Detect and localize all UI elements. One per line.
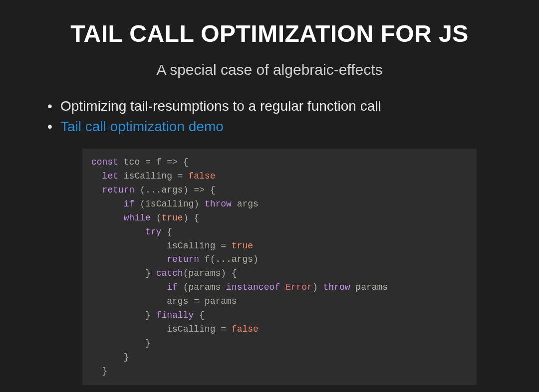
code-token: return	[91, 185, 134, 195]
code-token: true	[161, 213, 183, 223]
link-text: Tail call optimization demo	[60, 119, 224, 134]
code-token: (...args) => {	[134, 185, 215, 195]
slide-subtitle: A special case of algebraic-effects	[42, 61, 497, 78]
code-token: false	[188, 171, 215, 181]
bullet-list: Optimizing tail-resumptions to a regular…	[42, 96, 497, 137]
code-token: Error	[285, 282, 312, 292]
code-token: false	[232, 324, 259, 334]
code-token: const	[91, 157, 118, 167]
code-token: ) {	[183, 213, 199, 223]
code-token: {	[161, 227, 172, 237]
code-token: return	[91, 254, 199, 264]
code-token: }	[91, 338, 151, 348]
code-token: args = params	[91, 296, 237, 306]
code-token: )	[312, 282, 323, 292]
code-token: isCalling =	[91, 324, 232, 334]
bullet-item-2-link[interactable]: Tail call optimization demo	[42, 117, 497, 137]
code-token: while	[91, 213, 151, 223]
code-token: true	[232, 241, 253, 251]
code-token: }	[91, 366, 107, 376]
code-token: }	[91, 352, 129, 362]
code-token: (params) {	[183, 268, 237, 278]
code-block: const tco = f => { let isCalling = false…	[82, 149, 477, 385]
code-token: params	[350, 282, 388, 292]
code-token: throw	[323, 282, 350, 292]
code-token: if	[91, 282, 178, 292]
code-token: }	[91, 268, 156, 278]
code-token: if	[91, 199, 134, 209]
code-token: isCalling =	[118, 171, 188, 181]
code-token: args	[232, 199, 259, 209]
code-token: let	[91, 171, 118, 181]
code-token: instanceof	[226, 282, 280, 292]
bullet-item-1: Optimizing tail-resumptions to a regular…	[42, 96, 497, 117]
code-token: throw	[205, 199, 232, 209]
slide-title: TAIL CALL OPTIMIZATION FOR JS	[42, 20, 497, 47]
code-token: }	[91, 310, 156, 320]
code-token: try	[91, 227, 161, 237]
code-token: (params	[178, 282, 226, 292]
code-token: tco = f => {	[118, 157, 188, 167]
code-token: catch	[156, 268, 183, 278]
code-token: (isCalling)	[134, 199, 204, 209]
code-token	[280, 282, 285, 292]
code-token: finally	[156, 310, 194, 320]
code-token: isCalling =	[91, 241, 232, 251]
code-token: f(...args)	[199, 254, 259, 264]
code-token: {	[194, 310, 205, 320]
code-token: (	[151, 213, 162, 223]
